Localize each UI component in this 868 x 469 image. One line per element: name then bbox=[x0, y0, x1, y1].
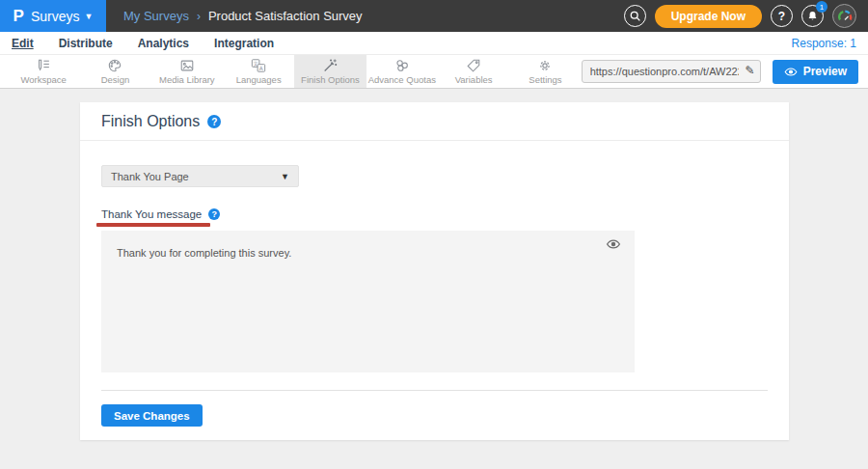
svg-text:A: A bbox=[259, 66, 263, 71]
toolbar-label: Finish Options bbox=[301, 74, 360, 85]
breadcrumb-survey-title: Product Satisfaction Survey bbox=[208, 9, 363, 23]
toolbar-item-settings[interactable]: Settings bbox=[509, 55, 581, 88]
questionpro-logo: P bbox=[14, 8, 24, 24]
toolbar-item-variables[interactable]: Variables bbox=[438, 55, 509, 88]
search-button[interactable] bbox=[624, 5, 646, 27]
card-header: Finish Options ? bbox=[80, 102, 789, 141]
top-bar: P Surveys ▼ My Surveys › Product Satisfa… bbox=[0, 0, 868, 32]
toolbar-label: Advance Quotas bbox=[368, 74, 436, 85]
toolbar-label: Design bbox=[101, 74, 130, 85]
surveys-menu-label: Surveys bbox=[31, 9, 80, 24]
survey-url-input[interactable] bbox=[582, 60, 761, 83]
surveys-menu[interactable]: Surveys ▼ bbox=[31, 9, 94, 24]
edit-url-icon[interactable]: ✎ bbox=[746, 64, 755, 77]
toolbar-item-media-library[interactable]: Media Library bbox=[151, 55, 223, 88]
thank-you-message-label: Thank You message bbox=[101, 208, 202, 220]
languages-icon: 文 A bbox=[251, 58, 266, 73]
main-area: Finish Options ? Thank You Page ▼ Thank … bbox=[0, 89, 868, 469]
save-changes-button[interactable]: Save Changes bbox=[101, 404, 203, 427]
edit-toolbar: Workspace Design Media Library 文 bbox=[0, 55, 868, 89]
advance-quotas-icon bbox=[394, 58, 410, 73]
upgrade-now-button[interactable]: Upgrade Now bbox=[655, 5, 762, 28]
workspace-icon bbox=[36, 58, 51, 73]
thank-you-message-editor[interactable]: Thank you for completing this survey. bbox=[101, 231, 635, 372]
notification-badge: 1 bbox=[816, 1, 827, 13]
toolbar-label: Media Library bbox=[159, 74, 215, 85]
tab-integration[interactable]: Integration bbox=[214, 37, 274, 50]
user-avatar[interactable] bbox=[832, 4, 856, 28]
eye-icon bbox=[784, 67, 798, 77]
tab-analytics[interactable]: Analytics bbox=[138, 37, 189, 50]
thank-you-message-text: Thank you for completing this survey. bbox=[117, 247, 619, 259]
variables-icon bbox=[466, 58, 481, 73]
notifications-button[interactable]: 1 bbox=[801, 5, 824, 27]
tab-distribute[interactable]: Distribute bbox=[59, 37, 113, 50]
breadcrumb-my-surveys[interactable]: My Surveys bbox=[123, 9, 189, 23]
annotation-red-underline bbox=[96, 223, 210, 227]
thank-you-message-help-icon[interactable]: ? bbox=[208, 208, 220, 220]
toolbar-item-finish-options[interactable]: Finish Options bbox=[294, 55, 366, 88]
finish-type-selected-value: Thank You Page bbox=[111, 171, 189, 182]
toolbar-label: Languages bbox=[236, 74, 282, 85]
preview-button[interactable]: Preview bbox=[773, 60, 858, 84]
tab-edit[interactable]: Edit bbox=[12, 37, 34, 50]
preview-button-label: Preview bbox=[803, 65, 847, 78]
module-nav: Edit Distribute Analytics Integration Re… bbox=[0, 32, 868, 55]
settings-icon bbox=[537, 58, 553, 73]
help-button[interactable]: ? bbox=[771, 5, 793, 27]
divider bbox=[101, 390, 768, 391]
finish-type-select[interactable]: Thank You Page ▼ bbox=[101, 165, 299, 187]
toolbar-item-advance-quotas[interactable]: Advance Quotas bbox=[366, 55, 438, 88]
media-library-icon bbox=[179, 58, 195, 73]
toolbar-item-workspace[interactable]: Workspace bbox=[8, 55, 79, 88]
toolbar-right: ✎ Preview bbox=[582, 55, 868, 88]
toolbar-label: Workspace bbox=[20, 74, 66, 85]
topbar-actions: Upgrade Now ? 1 bbox=[624, 4, 868, 28]
product-menu[interactable]: P Surveys ▼ bbox=[0, 0, 106, 32]
breadcrumb: My Surveys › Product Satisfaction Survey bbox=[123, 9, 363, 23]
survey-url-wrap: ✎ bbox=[582, 60, 761, 83]
toolbar-item-design[interactable]: Design bbox=[79, 55, 150, 88]
finish-options-help-icon[interactable]: ? bbox=[207, 115, 221, 128]
select-caret-icon: ▼ bbox=[281, 172, 289, 181]
breadcrumb-separator: › bbox=[197, 10, 201, 23]
finish-options-icon bbox=[322, 58, 338, 73]
response-counter[interactable]: Response: 1 bbox=[792, 37, 856, 50]
chevron-down-icon: ▼ bbox=[85, 12, 94, 21]
search-icon bbox=[629, 10, 641, 22]
toolbar-item-languages[interactable]: 文 A Languages bbox=[223, 55, 294, 88]
finish-options-card: Finish Options ? Thank You Page ▼ Thank … bbox=[80, 102, 789, 440]
message-preview-eye-icon[interactable] bbox=[606, 238, 621, 250]
gauge-icon bbox=[836, 8, 854, 25]
page-title: Finish Options bbox=[101, 113, 200, 130]
card-body: Thank You Page ▼ Thank You message ? Tha… bbox=[80, 165, 789, 427]
toolbar-label: Settings bbox=[529, 74, 561, 85]
message-label-row: Thank You message ? bbox=[101, 208, 768, 220]
toolbar-label: Variables bbox=[455, 74, 493, 85]
design-icon bbox=[107, 58, 122, 73]
